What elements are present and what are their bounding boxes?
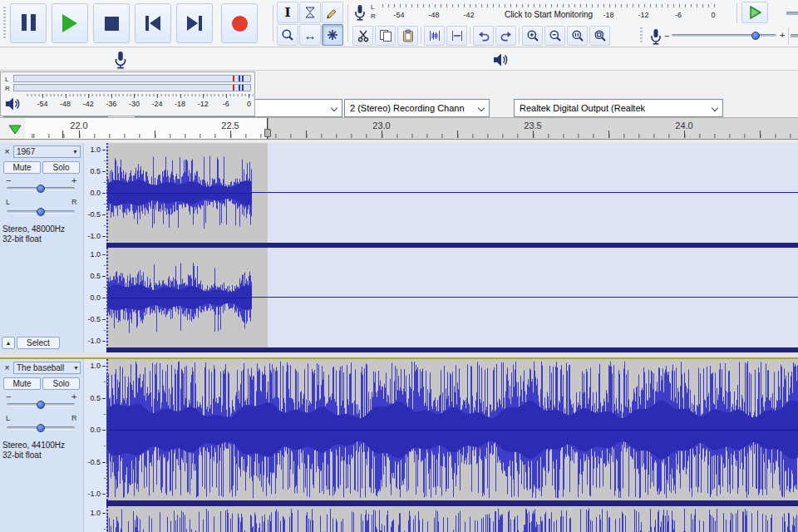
playback-meter-label-left: L: [5, 76, 8, 83]
selection-tool-icon: I: [284, 5, 290, 20]
recording-meter-scale-label: -54: [393, 11, 404, 19]
recording-meter-scale-label: -12: [638, 11, 648, 19]
recording-meter-toolbar[interactable]: L R -54-48-42-36-30-24-18-12-60 Click to…: [349, 2, 735, 23]
playback-meter-toolbar[interactable]: L R -54-48-42-36-30-24-18-12-60: [0, 71, 255, 116]
track2-close-button[interactable]: ×: [2, 362, 12, 373]
playback-device-speaker-icon: [492, 52, 509, 68]
track2-format: Stereo, 44100Hz: [2, 441, 65, 450]
track2-mute-button[interactable]: Mute: [3, 377, 41, 390]
skip-to-end-button[interactable]: [176, 3, 213, 43]
track1-pan-slider[interactable]: [7, 210, 75, 214]
track2-pan-thumb[interactable]: [37, 424, 45, 432]
timeline[interactable]: 22.022.523.023.524.0: [0, 117, 798, 140]
track1-solo-button[interactable]: Solo: [42, 161, 80, 174]
track2-gain-thumb[interactable]: [37, 401, 45, 409]
recording-volume-max-label: +: [780, 30, 785, 40]
play-speed-slider-fragment[interactable]: [786, 12, 798, 15]
trim-audio-icon: [428, 29, 441, 42]
recording-volume-mic-icon: [650, 28, 662, 45]
skip-to-start-button[interactable]: [135, 3, 171, 43]
track1-mute-button[interactable]: Mute: [3, 161, 41, 174]
envelope-tool-button[interactable]: [299, 2, 321, 23]
timeline-ruler-before-playhead[interactable]: [25, 118, 268, 139]
draw-tool-button[interactable]: [322, 2, 343, 23]
amplitude-scale-label: 0.0: [90, 293, 101, 302]
track1-close-button[interactable]: ×: [2, 146, 12, 157]
track2-pan-slider[interactable]: [7, 426, 75, 430]
zoom-tool-button[interactable]: [277, 24, 298, 46]
redo-button[interactable]: [495, 26, 516, 46]
amplitude-scale-label: -0.5: [87, 315, 101, 323]
playback-meter-bar-right: [13, 84, 251, 91]
waveform-clip-canvas[interactable]: [107, 143, 252, 243]
zoom-selection-button[interactable]: [567, 26, 588, 46]
playback-device-select[interactable]: Realtek Digital Output (Realtek: [514, 99, 723, 117]
toolbar-separator: [470, 27, 470, 44]
track1-gain-slider[interactable]: [7, 187, 75, 190]
selection-tool-button[interactable]: I: [277, 2, 298, 23]
clip-left-edge[interactable]: [106, 506, 108, 532]
record-button[interactable]: [221, 3, 258, 43]
pause-button[interactable]: [10, 3, 47, 43]
playback-meter-ticks-minor: [26, 94, 255, 96]
track1-control-panel[interactable]: × 1967 ▼ Mute Solo − + L R Stereo, 48000…: [0, 143, 83, 352]
recording-volume-thumb[interactable]: [751, 32, 760, 40]
trim-audio-button[interactable]: [424, 26, 445, 46]
track2-control-panel[interactable]: × The baseball ▼ Mute Solo − + L R Stere…: [0, 359, 83, 532]
waveform-clip-canvas[interactable]: [106, 506, 798, 532]
track1-title-bar[interactable]: 1967 ▼: [13, 145, 81, 158]
track2-gain-slider[interactable]: [7, 403, 75, 406]
playhead-handle[interactable]: [264, 129, 271, 137]
track1-pan-thumb[interactable]: [37, 208, 45, 216]
stop-button[interactable]: [93, 3, 130, 43]
playback-meter-scale-label: -54: [37, 100, 47, 108]
zoom-out-button[interactable]: [544, 26, 565, 46]
track1-channel2-waveform-area[interactable]: [106, 248, 798, 347]
clip-left-edge[interactable]: [106, 248, 108, 347]
recording-volume-slider[interactable]: [672, 34, 776, 37]
timeline-options-button[interactable]: [4, 121, 26, 137]
waveform-clip-canvas[interactable]: [107, 248, 252, 347]
recording-channels-select[interactable]: 2 (Stereo) Recording Chann: [344, 99, 490, 117]
playback-device-value: Realtek Digital Output (Realtek: [520, 103, 645, 113]
copy-button[interactable]: [375, 26, 396, 46]
clip-left-edge[interactable]: [106, 143, 108, 243]
undo-button[interactable]: [473, 26, 494, 46]
track1-gain-thumb[interactable]: [37, 185, 45, 193]
amplitude-scale-tick: [102, 462, 106, 463]
track2-solo-button[interactable]: Solo: [42, 377, 80, 390]
track2-title-bar[interactable]: The baseball ▼: [13, 362, 81, 374]
timeline-ruler-after-playhead[interactable]: [268, 118, 798, 139]
multi-tool-icon: [326, 28, 339, 42]
clip-left-edge[interactable]: [106, 359, 108, 500]
amplitude-scale-tick: [102, 193, 106, 194]
zoom-fit-button[interactable]: [589, 26, 610, 46]
zoom-in-button[interactable]: [522, 26, 543, 46]
playback-meter-scale-label: -36: [106, 100, 116, 108]
dropdown-arrow-icon: [478, 105, 485, 111]
close-icon: ×: [4, 146, 9, 156]
cut-button[interactable]: [352, 26, 373, 46]
channel-separator[interactable]: [106, 500, 798, 506]
time-shift-tool-button[interactable]: ↔: [299, 24, 321, 46]
play-button[interactable]: [52, 3, 88, 43]
transport-toolbar-grip[interactable]: [3, 7, 6, 40]
silence-audio-button[interactable]: [446, 26, 467, 46]
amplitude-scale-minor-tick: [104, 204, 106, 204]
paste-button[interactable]: [397, 26, 418, 46]
track1-channel1-waveform-area[interactable]: [106, 143, 798, 243]
close-icon: ×: [4, 362, 9, 372]
multi-tool-button[interactable]: [322, 24, 343, 46]
mixer-toolbar-grip[interactable]: [640, 27, 643, 44]
track2-channel2-waveform-area[interactable]: [106, 506, 798, 532]
track1-collapse-button[interactable]: ▲: [2, 337, 15, 349]
amplitude-scale-label: -0.5: [87, 210, 101, 219]
playback-volume-slider-fragment[interactable]: [791, 34, 798, 37]
monitor-prompt[interactable]: Click to Start Monitoring: [494, 9, 603, 22]
amplitude-scale-minor-tick: [104, 446, 106, 446]
play-at-speed-button[interactable]: [741, 2, 768, 23]
track1-select-button[interactable]: Select: [17, 337, 60, 349]
amplitude-scale-label: 0.5: [90, 167, 101, 175]
track2-channel1-waveform-area[interactable]: [106, 359, 798, 500]
waveform-clip-canvas[interactable]: [106, 359, 798, 500]
